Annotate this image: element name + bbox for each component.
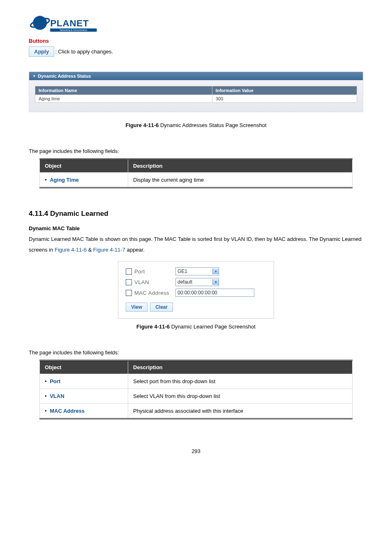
- figure-link-2[interactable]: Figure 4-11-7: [93, 247, 125, 253]
- view-button[interactable]: View: [126, 303, 148, 312]
- col-description: Description: [128, 159, 353, 173]
- chevron-down-icon: ▾: [212, 279, 219, 285]
- intro-text-2: The page includes the following fields:: [29, 349, 363, 356]
- desc-cell: Physical address associated with this in…: [128, 404, 353, 419]
- port-label: Port: [134, 268, 175, 275]
- clear-button[interactable]: Clear: [150, 303, 173, 312]
- section-body: Dynamic Learned MAC Table is shown on th…: [29, 234, 363, 255]
- section-heading: 4.11.4 Dynamic Learned: [29, 210, 363, 218]
- col-info-value: Information Value: [212, 86, 357, 95]
- section-subheading: Dynamic MAC Table: [29, 225, 363, 231]
- vlan-checkbox[interactable]: [126, 279, 132, 285]
- desc-cell: Select port from this drop-down list: [128, 374, 353, 389]
- panel-title-bar[interactable]: ▾ Dynamic Address Status: [29, 72, 363, 80]
- object-cell: • MAC Address: [40, 404, 128, 419]
- table-row: • MAC Address Physical address associate…: [40, 404, 353, 419]
- planet-logo-svg: PLANET Networking & Communication: [29, 12, 99, 36]
- apply-description: : Click to apply changes.: [55, 49, 113, 55]
- col-description: Description: [128, 361, 353, 374]
- vlan-select[interactable]: default ▾: [175, 278, 219, 286]
- mac-input[interactable]: 00:00:00:00:00:00: [175, 289, 254, 297]
- object-cell: • VLAN: [40, 389, 128, 404]
- vlan-label: VLAN: [134, 279, 175, 285]
- table-row: • Aging Time Display the current aging t…: [40, 173, 353, 188]
- cell-name: Aging time: [35, 95, 212, 103]
- mac-checkbox[interactable]: [126, 290, 132, 296]
- svg-text:PLANET: PLANET: [50, 18, 89, 28]
- panel-title: Dynamic Address Status: [38, 74, 91, 79]
- desc-cell: Display the current aging time: [128, 173, 353, 188]
- svg-text:Networking & Communication: Networking & Communication: [60, 29, 87, 31]
- buttons-heading: Buttons: [29, 38, 363, 44]
- figure-caption-1: Figure 4-11-6 Dynamic Addresses Status P…: [29, 122, 363, 128]
- table-row: • VLAN Select VLAN from this drop-down l…: [40, 389, 353, 404]
- mac-value: 00:00:00:00:00:00: [178, 289, 217, 296]
- col-object: Object: [40, 159, 128, 173]
- object-cell: • Aging Time: [40, 173, 128, 188]
- mac-label: MAC Address: [134, 290, 175, 296]
- fields-table-2: Object Description • Port Select port fr…: [39, 360, 353, 419]
- figure-caption-2: Figure 4-11-6 Dynamic Learned Page Scree…: [29, 324, 363, 330]
- intro-text-1: The page includes the following fields:: [29, 148, 363, 154]
- cell-value: 300: [212, 95, 357, 103]
- port-checkbox[interactable]: [126, 268, 132, 275]
- port-select[interactable]: GE1 ▾: [175, 267, 219, 275]
- fields-table-1: Object Description • Aging Time Display …: [39, 158, 353, 188]
- status-table: Information Name Information Value Aging…: [35, 86, 357, 103]
- dynamic-learned-form: Port GE1 ▾ VLAN default ▾ MAC Address 00…: [118, 261, 274, 319]
- chevron-down-icon: ▾: [212, 268, 219, 274]
- port-value: GE1: [178, 268, 187, 275]
- table-row: • Port Select port from this drop-down l…: [40, 374, 353, 389]
- figure-link-1[interactable]: Figure 4-11-6: [55, 247, 87, 253]
- dynamic-address-status-panel: ▾ Dynamic Address Status Information Nam…: [29, 72, 363, 112]
- table-row: Aging time 300: [35, 95, 357, 103]
- col-object: Object: [40, 361, 128, 374]
- object-cell: • Port: [40, 374, 128, 389]
- logo: PLANET Networking & Communication: [29, 12, 363, 36]
- apply-button[interactable]: Apply: [29, 46, 54, 57]
- col-info-name: Information Name: [35, 86, 212, 95]
- desc-cell: Select VLAN from this drop-down list: [128, 389, 353, 404]
- page-number: 293: [29, 448, 363, 454]
- collapse-icon: ▾: [33, 74, 35, 78]
- vlan-value: default: [178, 278, 192, 286]
